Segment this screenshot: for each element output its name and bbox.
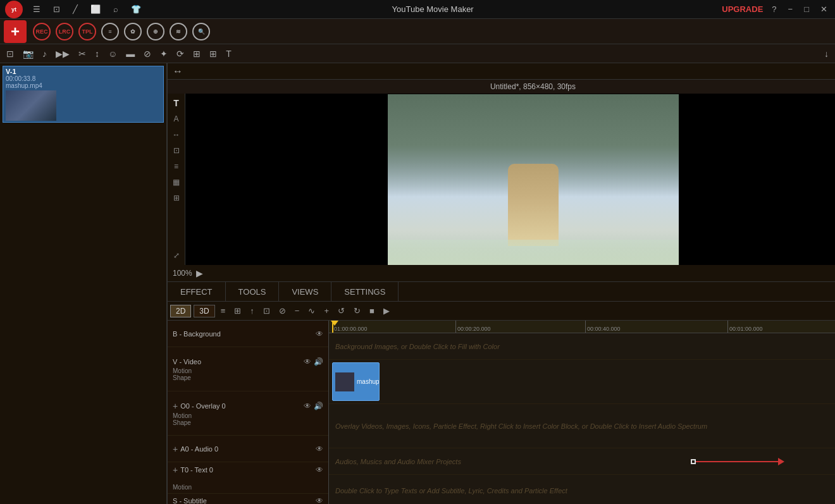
vert-tool-bar[interactable]: ⊞ <box>170 191 183 205</box>
tl-plus-btn[interactable]: + <box>321 305 332 317</box>
vert-tool-arrow[interactable]: ↔ <box>170 128 183 142</box>
sub-toolbar: ⊡ 📷 ♪ ▶▶ ✂ ↕ ☺ ▬ ⊘ ✦ ⟳ ⊞ ⊞ T ↓ <box>0 44 835 63</box>
track-background-eye[interactable]: 👁 <box>316 329 323 338</box>
playhead <box>332 321 333 333</box>
mix-button[interactable]: ⊕ <box>145 22 166 42</box>
subtitle-icon: ≋ <box>170 23 187 40</box>
sub-tb-btn-4[interactable]: ✂ <box>76 47 89 60</box>
ruler-mark-3: 00:01:00.000 <box>727 321 763 333</box>
lrc-button[interactable]: LRC <box>54 22 75 42</box>
tl-up-btn[interactable]: ↑ <box>247 305 257 317</box>
close-button[interactable]: ✕ <box>818 4 830 14</box>
search-button[interactable]: 🔍 <box>191 22 211 42</box>
sub-tb-btn-import[interactable]: ↓ <box>822 47 831 60</box>
sub-tb-btn-10[interactable]: ⟳ <box>174 47 187 60</box>
timeline-ruler: 01:00:00.000 00:00:20.000 00:00:40.000 0… <box>329 321 835 333</box>
render-arrow-indicator <box>691 458 784 465</box>
mode-2d[interactable]: 2D <box>170 305 191 317</box>
track-overlay-eye[interactable]: 👁 <box>304 402 311 410</box>
track-text-add[interactable]: + <box>173 465 178 475</box>
tb-icon-6[interactable]: 👕 <box>128 4 144 14</box>
tab-bar: EFFECT TOOLS VIEWS SETTINGS <box>168 281 835 302</box>
track-text-sub: Motion <box>173 484 192 491</box>
preview-title-bar: Untitled*, 856×480, 30fps <box>168 80 835 94</box>
tb-icon-5[interactable]: ⌕ <box>111 4 121 14</box>
vert-tool-grid[interactable]: ▦ <box>170 175 183 189</box>
sub-tb-btn-13[interactable]: T <box>223 47 234 60</box>
center-area: ↔ Untitled*, 856×480, 30fps T A ↔ ⊡ ≡ ▦ … <box>168 63 835 504</box>
left-vert-tools: T A ↔ ⊡ ≡ ▦ ⊞ ⤢ <box>168 94 185 265</box>
search-icon: 🔍 <box>192 23 210 40</box>
tl-grid-btn[interactable]: ⊞ <box>231 305 244 317</box>
track-overlay-sub: MotionShape <box>173 412 192 426</box>
tab-settings[interactable]: SETTINGS <box>331 282 399 301</box>
tpl-button[interactable]: TPL <box>77 22 97 42</box>
track-video-speaker[interactable]: 🔊 <box>314 357 323 366</box>
track-video-eye[interactable]: 👁 <box>304 357 311 366</box>
sub-tb-btn-3[interactable]: ▶▶ <box>53 47 72 60</box>
sub-tb-btn-2[interactable]: ♪ <box>40 47 49 60</box>
tab-views[interactable]: VIEWS <box>279 282 331 301</box>
sub-tb-btn-5[interactable]: ↕ <box>92 47 102 60</box>
track-audio-add[interactable]: + <box>173 444 178 454</box>
tl-minus-btn[interactable]: − <box>292 305 303 317</box>
arrow-head <box>778 458 784 465</box>
track-audio-eye[interactable]: 👁 <box>316 445 323 453</box>
tl-list-btn[interactable]: ≡ <box>218 305 229 317</box>
tl-undo-btn[interactable]: ↺ <box>335 305 348 317</box>
tb-icon-1[interactable]: ☰ <box>30 4 43 14</box>
tab-effect[interactable]: EFFECT <box>168 282 226 301</box>
sub-tb-btn-9[interactable]: ✦ <box>158 47 170 60</box>
tl-wave-btn[interactable]: ∿ <box>305 305 318 317</box>
tpl-icon: TPL <box>78 23 96 40</box>
tab-tools[interactable]: TOOLS <box>226 282 280 301</box>
sub-tb-btn-11[interactable]: ⊞ <box>190 47 203 60</box>
media-list: V-1 00:00:33.8 mashup.mp4 <box>0 63 166 504</box>
sub-tb-btn-8[interactable]: ⊘ <box>141 47 154 60</box>
sub-tb-btn-1[interactable]: 📷 <box>20 47 36 60</box>
tl-fit-btn[interactable]: ⊡ <box>260 305 273 317</box>
sub-tb-btn-12[interactable]: ⊞ <box>207 47 220 60</box>
video-clip-mashup[interactable]: mashup <box>332 362 380 401</box>
vert-tool-t[interactable]: T <box>170 96 183 110</box>
vert-tool-resize[interactable]: ⤢ <box>170 249 183 262</box>
minimize-button[interactable]: − <box>786 4 796 14</box>
vert-tool-menu[interactable]: ≡ <box>170 159 183 173</box>
vert-tool-fit[interactable]: ⊡ <box>170 144 183 157</box>
upgrade-label[interactable]: UPGRADE <box>722 4 763 14</box>
track-label-background: B - Background 👁 <box>168 321 328 347</box>
titlebar-right: UPGRADE ? − □ ✕ <box>722 4 830 14</box>
media-item[interactable]: V-1 00:00:33.8 mashup.mp4 <box>3 66 164 123</box>
main-toolbar: + REC LRC TPL ≡ ✿ ⊕ ≋ 🔍 <box>0 19 835 44</box>
timeline-toolbar: 2D 3D ≡ ⊞ ↑ ⊡ ⊘ − ∿ + ↺ ↻ ■ ▶ EDIT <box>168 302 835 321</box>
tb-icon-4[interactable]: ⬜ <box>88 4 103 14</box>
maximize-button[interactable]: □ <box>801 4 812 14</box>
mix-icon: ⊕ <box>147 23 164 40</box>
main-area: V-1 00:00:33.8 mashup.mp4 ↔ Untitled*, 8… <box>0 63 835 504</box>
help-button[interactable]: ? <box>769 4 779 14</box>
rec-button[interactable]: REC <box>32 22 52 42</box>
track-overlay-speaker[interactable]: 🔊 <box>314 402 323 410</box>
subtitle-button[interactable]: ≋ <box>168 22 189 42</box>
clip-thumbnail <box>335 372 354 391</box>
effect-button[interactable]: ✿ <box>123 22 143 42</box>
tl-play-btn[interactable]: ▶ <box>380 305 393 317</box>
mode-3d[interactable]: 3D <box>194 305 214 317</box>
sub-tb-btn-6[interactable]: ☺ <box>106 47 120 60</box>
track-subtitle-eye[interactable]: 👁 <box>316 496 323 504</box>
tl-stop-btn[interactable]: ■ <box>366 305 378 317</box>
track-overlay-add[interactable]: + <box>173 401 178 411</box>
add-button[interactable]: + <box>4 20 27 43</box>
tb-icon-2[interactable]: ⊡ <box>51 4 63 14</box>
play-button[interactable]: ▶ <box>196 268 203 278</box>
preview-title-text: Untitled*, 856×480, 30fps <box>490 82 576 91</box>
sub-tb-btn-0[interactable]: ⊡ <box>4 47 16 60</box>
sub-tb-btn-7[interactable]: ▬ <box>123 47 137 60</box>
track-text-eye[interactable]: 👁 <box>316 465 323 474</box>
tl-redo-btn[interactable]: ↻ <box>350 305 364 317</box>
track-text-placeholder: Double Click to Type Texts or Add Subtit… <box>329 475 835 504</box>
menu-button[interactable]: ≡ <box>100 22 120 42</box>
tb-icon-3[interactable]: ╱ <box>70 4 80 14</box>
tl-cut-btn[interactable]: ⊘ <box>276 305 289 317</box>
vert-tool-a[interactable]: A <box>170 112 183 126</box>
